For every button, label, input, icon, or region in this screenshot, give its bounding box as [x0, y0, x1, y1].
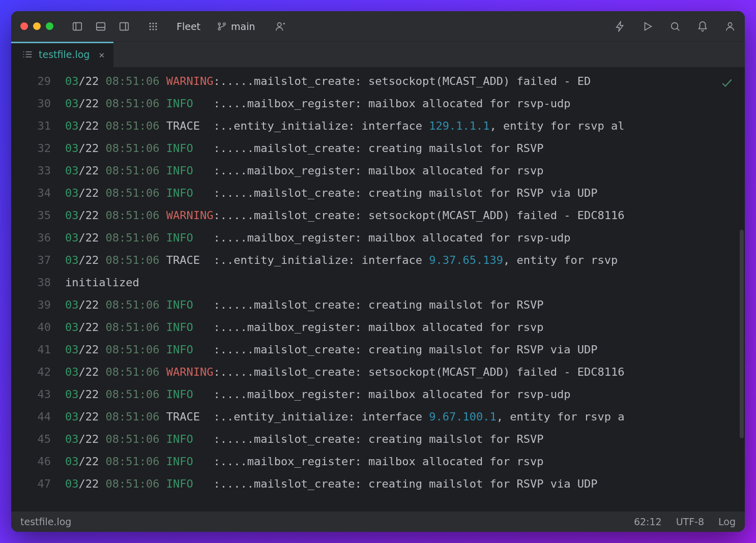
line-content: 03/22 08:51:06 INFO :.....mailslot_creat…: [65, 137, 543, 160]
line-number: 39: [11, 294, 65, 316]
line-content: 03/22 08:51:06 WARNING:.....mailslot_cre…: [65, 204, 624, 227]
status-encoding[interactable]: UTF-8: [676, 516, 704, 527]
line-content: 03/22 08:51:06 INFO :.....mailslot_creat…: [65, 294, 543, 316]
editor-line: 3403/22 08:51:06 INFO :.....mailslot_cre…: [11, 182, 745, 204]
line-content: 03/22 08:51:06 INFO :....mailbox_registe…: [65, 93, 570, 115]
panel-toggle-group: [72, 21, 130, 32]
app-grid-icon[interactable]: [148, 21, 158, 32]
editor-line: 2903/22 08:51:06 WARNING:.....mailslot_c…: [11, 70, 745, 93]
line-content: 03/22 08:51:06 INFO :....mailbox_registe…: [65, 227, 570, 249]
svg-point-16: [223, 22, 225, 24]
line-number: 30: [11, 93, 65, 115]
svg-point-12: [150, 28, 151, 30]
right-panel-toggle-icon[interactable]: [119, 21, 130, 32]
line-number: 34: [11, 182, 65, 204]
close-window-button[interactable]: [20, 22, 28, 30]
line-content: 03/22 08:51:06 WARNING:.....mailslot_cre…: [65, 361, 624, 383]
left-panel-toggle-icon[interactable]: [72, 21, 83, 32]
svg-point-6: [150, 22, 151, 24]
notifications-icon[interactable]: [697, 21, 708, 32]
editor-line: 4703/22 08:51:06 INFO :.....mailslot_cre…: [11, 473, 745, 495]
titlebar: Fleet main: [11, 11, 745, 42]
file-list-icon: [22, 50, 33, 59]
line-number: 37: [11, 249, 65, 272]
svg-point-8: [155, 22, 157, 24]
editor-line: 4503/22 08:51:06 INFO :.....mailslot_cre…: [11, 428, 745, 450]
maximize-window-button[interactable]: [46, 22, 53, 30]
tab-title: testfile.log: [39, 49, 90, 60]
line-content: initialized: [65, 272, 139, 294]
line-content: 03/22 08:51:06 INFO :....mailbox_registe…: [65, 160, 543, 182]
branch-name: main: [231, 21, 255, 32]
status-language[interactable]: Log: [718, 516, 736, 527]
line-number: 47: [11, 473, 65, 495]
line-number: 41: [11, 339, 65, 361]
status-path[interactable]: testfile.log: [20, 516, 71, 527]
line-number: 40: [11, 316, 65, 339]
status-bar: testfile.log 62:12 UTF-8 Log: [11, 511, 745, 532]
line-number: 45: [11, 428, 65, 450]
editor-line: 4303/22 08:51:06 INFO :....mailbox_regis…: [11, 383, 745, 406]
line-number: 46: [11, 450, 65, 473]
svg-point-18: [277, 22, 281, 26]
svg-point-23: [728, 22, 732, 26]
editor-line: 3503/22 08:51:06 WARNING:.....mailslot_c…: [11, 204, 745, 227]
editor-line: 4103/22 08:51:06 INFO :.....mailslot_cre…: [11, 339, 745, 361]
line-number: 35: [11, 204, 65, 227]
svg-point-17: [218, 27, 220, 29]
app-window: Fleet main: [11, 11, 745, 532]
svg-point-13: [152, 28, 154, 30]
search-icon[interactable]: [670, 21, 681, 32]
svg-point-11: [155, 25, 157, 27]
line-content: 03/22 08:51:06 TRACE :..entity_initializ…: [65, 115, 624, 137]
vertical-scrollbar[interactable]: [740, 230, 744, 438]
editor-line: 3703/22 08:51:06 TRACE :..entity_initial…: [11, 249, 745, 272]
editor-line: 3903/22 08:51:06 INFO :.....mailslot_cre…: [11, 294, 745, 316]
svg-point-9: [150, 25, 151, 27]
editor-line: 38initialized: [11, 272, 745, 294]
editor[interactable]: 2903/22 08:51:06 WARNING:.....mailslot_c…: [11, 67, 745, 511]
svg-point-21: [672, 22, 678, 29]
line-content: 03/22 08:51:06 INFO :.....mailslot_creat…: [65, 473, 597, 495]
svg-rect-4: [120, 22, 129, 30]
svg-point-7: [152, 22, 154, 24]
editor-line: 4203/22 08:51:06 WARNING:.....mailslot_c…: [11, 361, 745, 383]
line-content: 03/22 08:51:06 INFO :.....mailslot_creat…: [65, 339, 597, 361]
svg-rect-0: [73, 22, 82, 30]
line-content: 03/22 08:51:06 INFO :....mailbox_registe…: [65, 316, 543, 339]
line-number: 38: [11, 272, 65, 294]
branch-icon: [217, 21, 227, 32]
app-name[interactable]: Fleet: [177, 21, 200, 32]
add-user-icon[interactable]: [275, 21, 286, 32]
no-problems-checkmark-icon[interactable]: [720, 76, 734, 92]
branch-selector[interactable]: main: [217, 21, 255, 32]
line-number: 43: [11, 383, 65, 406]
line-content: 03/22 08:51:06 TRACE :..entity_initializ…: [65, 249, 624, 272]
editor-line: 3603/22 08:51:06 INFO :....mailbox_regis…: [11, 227, 745, 249]
run-icon[interactable]: [642, 21, 653, 32]
minimize-window-button[interactable]: [33, 22, 41, 30]
svg-point-14: [155, 28, 157, 30]
line-number: 33: [11, 160, 65, 182]
tab-bar: testfile.log ✕: [11, 42, 745, 67]
line-content: 03/22 08:51:06 INFO :.....mailslot_creat…: [65, 428, 543, 450]
svg-point-15: [218, 22, 220, 24]
profile-icon[interactable]: [724, 21, 736, 32]
titlebar-right-icons: [615, 21, 736, 32]
editor-line: 3203/22 08:51:06 INFO :.....mailslot_cre…: [11, 137, 745, 160]
line-content: 03/22 08:51:06 WARNING:.....mailslot_cre…: [65, 70, 591, 93]
svg-rect-2: [97, 22, 105, 30]
editor-line: 3303/22 08:51:06 INFO :....mailbox_regis…: [11, 160, 745, 182]
ai-bolt-icon[interactable]: [615, 21, 626, 32]
editor-line: 4003/22 08:51:06 INFO :....mailbox_regis…: [11, 316, 745, 339]
status-caret-position[interactable]: 62:12: [634, 516, 662, 527]
line-content: 03/22 08:51:06 INFO :....mailbox_registe…: [65, 450, 543, 473]
tab-testfile-log[interactable]: testfile.log ✕: [11, 42, 113, 67]
close-tab-icon[interactable]: ✕: [99, 49, 104, 60]
editor-line: 4603/22 08:51:06 INFO :....mailbox_regis…: [11, 450, 745, 473]
svg-line-22: [677, 28, 680, 31]
line-content: 03/22 08:51:06 TRACE :..entity_initializ…: [65, 406, 624, 428]
line-number: 36: [11, 227, 65, 249]
bottom-panel-toggle-icon[interactable]: [95, 21, 106, 32]
line-number: 29: [11, 70, 65, 93]
